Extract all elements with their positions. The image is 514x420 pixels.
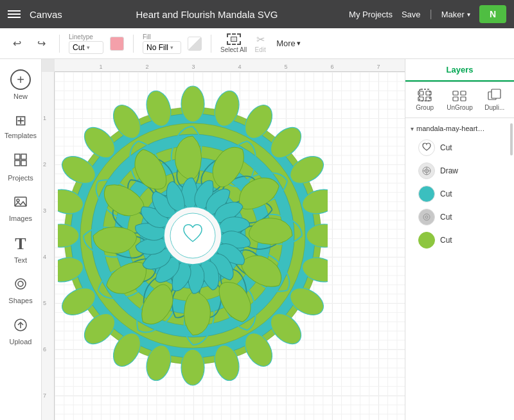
fill-arrow-icon: ▾ <box>170 44 173 51</box>
layer-thumb-4 <box>418 209 435 225</box>
edit-button[interactable]: ✂ Edit <box>253 33 267 53</box>
sidebar-item-projects[interactable]: Projects <box>0 146 42 188</box>
svg-point-62 <box>425 216 428 218</box>
select-all-button[interactable]: Select All <box>220 33 247 53</box>
linetype-dropdown[interactable]: Cut ▾ <box>69 41 103 54</box>
sidebar-item-images[interactable]: Images <box>0 188 42 229</box>
shapes-icon <box>13 276 28 294</box>
svg-point-5 <box>17 199 19 202</box>
main-area: + New ⊞ Templates Projects <box>0 59 514 420</box>
fill-value: No Fill <box>146 43 168 52</box>
sidebar-item-shapes[interactable]: Shapes <box>0 270 42 311</box>
tab-layers[interactable]: Layers <box>405 59 514 82</box>
layer-group-header[interactable]: ▾ mandala-may-hearts-j... <box>405 121 514 136</box>
sidebar-item-upload-label: Upload <box>10 338 32 346</box>
fill-color-swatch[interactable] <box>188 37 202 51</box>
redo-button[interactable]: ↪ <box>32 35 50 53</box>
layers-list: ▾ mandala-may-hearts-j... Cut <box>405 118 514 420</box>
sidebar-item-templates-label: Templates <box>4 132 37 139</box>
save-link[interactable]: Save <box>402 10 421 19</box>
sidebar-item-images-label: Images <box>9 214 32 222</box>
svg-rect-53 <box>453 97 458 101</box>
svg-rect-51 <box>453 91 458 95</box>
left-sidebar: + New ⊞ Templates Projects <box>0 59 42 420</box>
layer-label-1: Cut <box>440 143 452 152</box>
canvas-label: Canvas <box>30 9 62 20</box>
top-navigation: Canvas Heart and Flourish Mandala SVG My… <box>0 0 514 28</box>
images-icon <box>13 194 28 212</box>
fill-group: Fill No Fill ▾ <box>143 33 181 54</box>
scroll-indicator <box>510 123 513 155</box>
layer-thumb-2 <box>418 162 435 179</box>
ruler-vertical: 1 2 3 4 5 6 7 <box>42 72 55 420</box>
group-button[interactable]: Group <box>408 86 441 114</box>
svg-rect-47 <box>426 91 431 95</box>
upload-icon <box>13 317 28 335</box>
edit-label: Edit <box>255 46 266 53</box>
svg-rect-56 <box>492 89 501 98</box>
toolbar-separator-2 <box>133 35 134 53</box>
maker-dropdown[interactable]: Maker ▾ <box>441 10 470 19</box>
layer-group-name: mandala-may-hearts-j... <box>416 125 487 132</box>
svg-rect-1 <box>21 154 26 159</box>
projects-icon <box>13 152 28 171</box>
duplicate-button[interactable]: Dupli... <box>478 86 511 114</box>
hamburger-menu-icon[interactable] <box>8 10 21 18</box>
svg-point-20 <box>181 86 204 122</box>
select-all-label: Select All <box>220 46 247 53</box>
panel-actions: Group UnGroup <box>405 82 514 118</box>
more-arrow-icon: ▾ <box>297 39 301 48</box>
right-panel: Layers Group <box>405 59 514 420</box>
svg-rect-46 <box>418 91 423 95</box>
more-button[interactable]: More ▾ <box>276 39 301 48</box>
sidebar-item-templates[interactable]: ⊞ Templates <box>0 105 42 146</box>
layer-thumb-1 <box>418 139 435 156</box>
undo-button[interactable]: ↩ <box>8 35 26 53</box>
svg-rect-52 <box>461 91 466 95</box>
linetype-group: Linetype Cut ▾ <box>69 33 103 54</box>
nav-divider: | <box>430 8 432 20</box>
layer-group-arrow-icon: ▾ <box>411 125 414 132</box>
ruler-horizontal: 1 2 3 4 5 6 7 <box>55 59 405 72</box>
list-item[interactable]: Draw <box>405 159 514 182</box>
linetype-color-swatch[interactable] <box>110 37 124 51</box>
list-item[interactable]: Cut <box>405 182 514 206</box>
layer-label-2: Draw <box>440 166 458 175</box>
my-projects-link[interactable]: My Projects <box>349 10 393 19</box>
mandala-design[interactable] <box>55 78 331 393</box>
svg-rect-3 <box>21 161 26 166</box>
sidebar-item-projects-label: Projects <box>8 174 33 182</box>
panel-tabs: Layers <box>405 59 514 82</box>
ungroup-icon <box>452 89 466 103</box>
toolbar: ↩ ↪ Linetype Cut ▾ Fill No Fill ▾ Select… <box>0 28 514 59</box>
sidebar-item-text[interactable]: T Text <box>0 229 42 270</box>
sidebar-item-text-label: Text <box>14 256 27 264</box>
new-button[interactable]: N <box>479 5 506 23</box>
sidebar-item-shapes-label: Shapes <box>8 297 32 304</box>
list-item[interactable]: Cut <box>405 136 514 159</box>
linetype-arrow-icon: ▾ <box>87 44 90 51</box>
new-plus-icon: + <box>10 69 31 90</box>
svg-point-6 <box>15 279 26 289</box>
svg-rect-2 <box>15 161 20 166</box>
svg-point-32 <box>181 349 204 385</box>
toolbar-separator-1 <box>59 35 60 53</box>
svg-rect-54 <box>461 97 466 101</box>
svg-rect-0 <box>15 154 20 159</box>
linetype-value: Cut <box>73 43 85 52</box>
sidebar-item-new[interactable]: + New <box>0 64 42 105</box>
text-icon: T <box>15 234 26 254</box>
layer-label-5: Cut <box>440 236 452 245</box>
fill-dropdown[interactable]: No Fill ▾ <box>143 41 181 54</box>
sidebar-item-upload[interactable]: Upload <box>0 311 42 352</box>
maker-chevron-icon: ▾ <box>467 11 470 18</box>
linetype-label: Linetype <box>69 33 103 40</box>
svg-point-61 <box>423 214 430 220</box>
layer-thumb-5 <box>418 232 435 249</box>
canvas-area[interactable]: 1 2 3 4 5 6 7 1 2 3 4 5 6 7 <box>42 59 405 420</box>
list-item[interactable]: Cut <box>405 206 514 229</box>
ungroup-button[interactable]: UnGroup <box>443 86 476 114</box>
svg-point-7 <box>18 281 23 286</box>
layer-label-3: Cut <box>440 189 452 198</box>
list-item[interactable]: Cut <box>405 229 514 252</box>
